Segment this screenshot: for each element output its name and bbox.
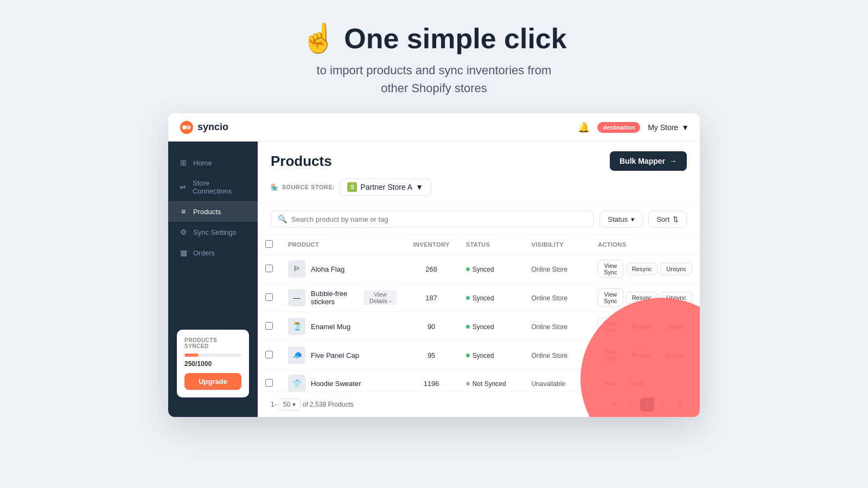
bulk-mapper-button[interactable]: Bulk Mapper →	[610, 151, 687, 171]
product-name: Aloha Flag	[311, 265, 344, 273]
search-input[interactable]	[291, 215, 587, 223]
status-badge: Not Synced	[466, 380, 506, 388]
sidebar-item-store-connections[interactable]: ⇌ Store Connections	[168, 173, 258, 201]
status-cell: Not Synced	[458, 370, 524, 392]
action-button-unsync[interactable]: Unsync	[660, 263, 692, 275]
actions-cell: MapSync	[590, 370, 700, 392]
table-row: 👕 Hoodie Sweater 1196 Not Synced Unavail…	[258, 370, 700, 392]
action-button-sync[interactable]: Sync	[624, 377, 649, 389]
svg-point-2	[187, 125, 191, 130]
sidebar-item-label: Home	[193, 159, 212, 167]
sidebar-item-products[interactable]: ≡ Products	[168, 201, 258, 222]
sidebar-item-sync-settings[interactable]: ⚙ Sync Settings	[168, 222, 258, 242]
inventory-value: 268	[405, 255, 458, 284]
select-all-checkbox[interactable]	[265, 240, 273, 248]
action-button-unsync[interactable]: Unsync	[660, 320, 692, 332]
sidebar-bottom: PRODUCTS SYNCED 250/1000 Upgrade	[168, 321, 258, 406]
product-cell: — Bubble-free stickers View Details ›	[280, 284, 405, 312]
bell-icon[interactable]: 🔔	[578, 121, 590, 133]
th-select-all	[258, 235, 280, 255]
destination-badge: destination	[597, 122, 640, 133]
status-label: Synced	[473, 352, 494, 359]
visibility-value: Unavailable	[531, 380, 565, 388]
search-wrapper: 🔍	[271, 210, 594, 228]
visibility-value: Online Store	[531, 294, 567, 302]
row-checkbox[interactable]	[265, 379, 273, 387]
row-checkbox-cell	[258, 341, 280, 370]
product-cell: 🧢 Five Panel Cap	[280, 341, 405, 370]
action-button-view-sync[interactable]: View Sync	[598, 260, 623, 278]
next-page-button[interactable]: ›	[656, 397, 671, 412]
action-button-resync[interactable]: Resync	[626, 320, 658, 332]
products-synced-card: PRODUCTS SYNCED 250/1000 Upgrade	[177, 330, 249, 397]
status-badge: Synced	[466, 266, 494, 273]
products-table: PRODUCT INVENTORY STATUS VISIBILITY ACTI…	[258, 235, 700, 391]
status-cell: Synced	[458, 255, 524, 284]
status-badge: Synced	[466, 294, 494, 302]
partner-store-selector[interactable]: S Partner Store A ▼	[339, 178, 431, 196]
row-checkbox[interactable]	[265, 351, 273, 358]
sort-button[interactable]: Sort ⇅	[648, 211, 687, 228]
content-area: Products Bulk Mapper → 🏪 SOURCE STORE: S…	[258, 142, 700, 417]
status-filter[interactable]: Status ▾	[599, 211, 643, 228]
action-button-view-sync[interactable]: View Sync	[598, 317, 623, 336]
status-cell: Synced	[458, 341, 524, 370]
table-row: 🏳 Aloha Flag 268 Synced Online Store Vie…	[258, 255, 700, 284]
source-store-label: 🏪 SOURCE STORE:	[271, 184, 335, 191]
action-button-resync[interactable]: Resync	[626, 263, 658, 275]
sidebar-item-label: Sync Settings	[193, 228, 237, 236]
action-button-view-sync[interactable]: View Sync	[598, 346, 623, 364]
top-nav: syncio 🔔 destination My Store ▼	[168, 113, 700, 142]
toolbar: 🔍 Status ▾ Sort ⇅	[258, 204, 700, 235]
visibility-value: Online Store	[531, 323, 567, 331]
visibility-value: Online Store	[531, 352, 567, 359]
action-button-view-sync[interactable]: View Sync	[598, 288, 623, 307]
action-button-unsync[interactable]: Unsync	[660, 292, 692, 304]
hero-emoji: ☝️	[301, 22, 336, 55]
prev-page-button[interactable]: ‹	[624, 397, 638, 412]
sidebar-item-label: Products	[193, 208, 221, 216]
app-window: syncio 🔔 destination My Store ▼ ⊞ Home ⇌…	[168, 113, 700, 417]
last-page-button[interactable]: »	[673, 397, 687, 412]
sidebar-item-orders[interactable]: ▦ Orders	[168, 242, 258, 263]
product-thumbnail: 🧢	[288, 346, 305, 364]
hero-subtitle: to import products and sync inventories …	[0, 61, 868, 97]
th-visibility: VISIBILITY	[524, 235, 590, 255]
action-button-unsync[interactable]: Unsync	[660, 349, 692, 361]
per-page-selector[interactable]: 50 ▾	[278, 399, 301, 410]
action-button-resync[interactable]: Resync	[626, 292, 658, 304]
first-page-button[interactable]: «	[608, 397, 622, 412]
table-row: 🫙 Enamel Mug 90 Synced Online Store View…	[258, 312, 700, 341]
sidebar-item-home[interactable]: ⊞ Home	[168, 152, 258, 173]
product-thumbnail: —	[288, 289, 305, 306]
actions-cell: View SyncResyncUnsync	[590, 284, 700, 312]
status-label: Synced	[473, 294, 494, 302]
th-actions: ACTIONS	[590, 235, 700, 255]
view-details-button[interactable]: View Details ›	[363, 290, 397, 305]
actions-cell: View SyncResyncUnsync	[590, 312, 700, 341]
product-cell: 👕 Hoodie Sweater	[280, 370, 405, 392]
product-name: Hoodie Sweater	[311, 380, 361, 388]
status-dot	[466, 325, 470, 329]
action-button-resync[interactable]: Resync	[626, 349, 658, 361]
th-inventory: INVENTORY	[405, 235, 458, 255]
visibility-cell: Unavailable	[524, 370, 590, 392]
status-dot	[466, 382, 470, 386]
logo-icon	[179, 120, 194, 135]
product-cell: 🫙 Enamel Mug	[280, 312, 405, 341]
synced-bar-fill	[184, 354, 199, 357]
row-checkbox[interactable]	[265, 293, 273, 301]
synced-bar-bg	[184, 354, 241, 357]
store-selector[interactable]: My Store ▼	[648, 123, 689, 132]
upgrade-button[interactable]: Upgrade	[184, 373, 241, 390]
inventory-value: 95	[405, 341, 458, 370]
products-icon: ≡	[179, 207, 188, 216]
home-icon: ⊞	[179, 158, 188, 167]
sidebar-item-label: Orders	[193, 249, 215, 257]
sidebar: ⊞ Home ⇌ Store Connections ≡ Products ⚙ …	[168, 142, 258, 417]
row-checkbox[interactable]	[265, 322, 273, 330]
nav-right: 🔔 destination My Store ▼	[578, 121, 689, 133]
row-checkbox[interactable]	[265, 265, 273, 272]
action-button-map[interactable]: Map	[598, 377, 621, 389]
current-page-button[interactable]: 1	[640, 397, 654, 412]
